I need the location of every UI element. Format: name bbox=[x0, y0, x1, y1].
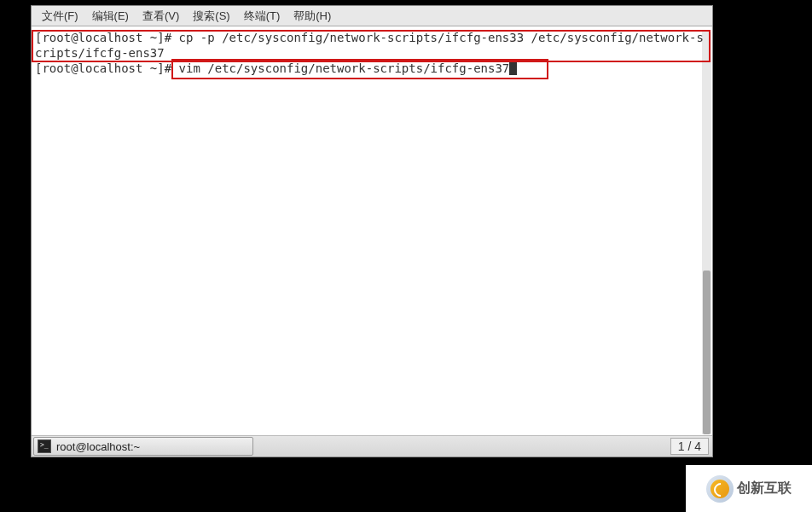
menu-bar: 文件(F) 编辑(E) 查看(V) 搜索(S) 终端(T) 帮助(H) bbox=[32, 6, 712, 26]
menu-help[interactable]: 帮助(H) bbox=[287, 7, 338, 26]
terminal-line-1: [root@localhost ~]# cp -p /etc/sysconfig… bbox=[35, 30, 709, 61]
menu-file[interactable]: 文件(F) bbox=[35, 7, 85, 26]
terminal-content[interactable]: [root@localhost ~]# cp -p /etc/sysconfig… bbox=[32, 26, 712, 435]
taskbar-item-terminal[interactable]: root@localhost:~ bbox=[33, 437, 253, 456]
workspace-pager[interactable]: 1 / 4 bbox=[670, 438, 709, 455]
terminal-window: 文件(F) 编辑(E) 查看(V) 搜索(S) 终端(T) 帮助(H) [roo… bbox=[31, 5, 713, 457]
pager-text: 1 / 4 bbox=[678, 439, 701, 453]
cursor bbox=[509, 62, 517, 75]
command-vim: vim /etc/sysconfig/network-scripts/ifcfg… bbox=[179, 61, 510, 75]
terminal-lines: [root@localhost ~]# cp -p /etc/sysconfig… bbox=[33, 28, 710, 78]
menu-edit[interactable]: 编辑(E) bbox=[85, 7, 136, 26]
scrollbar-thumb[interactable] bbox=[703, 271, 710, 434]
prompt: [root@localhost ~]# bbox=[35, 61, 179, 75]
scrollbar-vertical[interactable] bbox=[702, 32, 711, 434]
logo-text: 创新互联 bbox=[737, 480, 792, 497]
terminal-line-2: [root@localhost ~]# vim /etc/sysconfig/n… bbox=[35, 61, 709, 76]
taskbar: root@localhost:~ 1 / 4 bbox=[32, 435, 712, 457]
taskbar-item-label: root@localhost:~ bbox=[56, 440, 140, 453]
logo-icon bbox=[706, 475, 734, 503]
watermark-logo: 创新互联 bbox=[686, 465, 812, 512]
menu-terminal[interactable]: 终端(T) bbox=[237, 7, 287, 26]
terminal-icon bbox=[38, 439, 51, 453]
menu-search[interactable]: 搜索(S) bbox=[186, 7, 236, 26]
menu-view[interactable]: 查看(V) bbox=[136, 7, 186, 26]
